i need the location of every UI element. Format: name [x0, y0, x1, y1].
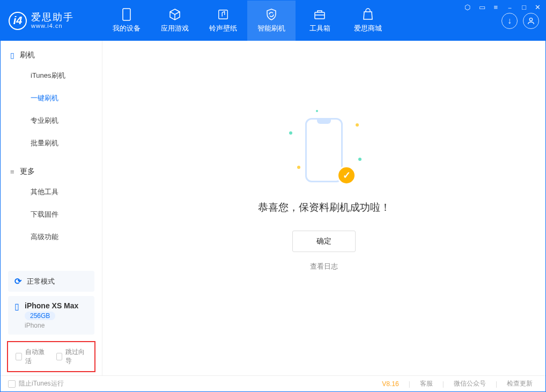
- toolbox-icon: [313, 8, 326, 21]
- mode-label: 正常模式: [27, 277, 55, 286]
- sidebar-head-flash: ▯ 刷机: [1, 50, 102, 60]
- device-icon: ▯: [10, 51, 14, 60]
- checkbox-icon: [16, 353, 22, 360]
- sidebar-item-advanced[interactable]: 高级功能: [1, 226, 102, 248]
- sync-icon: ⟳: [14, 276, 21, 286]
- phone-icon: ▯: [14, 301, 19, 312]
- app-url: www.i4.cn: [31, 23, 74, 29]
- sidebar: ▯ 刷机 iTunes刷机 一键刷机 专业刷机 批量刷机 ≡ 更多 其他工具 下…: [1, 41, 102, 375]
- cube-icon: [168, 8, 181, 21]
- sidebar-item-pro[interactable]: 专业刷机: [1, 109, 102, 132]
- tab-apps[interactable]: 应用游戏: [151, 1, 199, 41]
- sidebar-item-oneclick[interactable]: 一键刷机: [1, 87, 102, 109]
- device-name: iPhone XS Max: [25, 301, 78, 310]
- service-link[interactable]: 客服: [415, 379, 438, 388]
- checkbox-icon: [8, 380, 16, 388]
- footer: 阻止iTunes运行 V8.16 | 客服 | 微信公众号 | 检查更新: [1, 375, 545, 391]
- mode-card[interactable]: ⟳ 正常模式: [8, 271, 94, 292]
- tab-tools[interactable]: 工具箱: [296, 1, 344, 41]
- success-message: 恭喜您，保资料刷机成功啦！: [258, 201, 390, 215]
- sidebar-item-other[interactable]: 其他工具: [1, 181, 102, 203]
- sidebar-head-more: ≡ 更多: [1, 167, 102, 176]
- main-tabs: 我的设备 应用游戏 铃声壁纸 智能刷机 工具箱 爱思商城: [102, 1, 392, 41]
- device-capacity: 256GB: [25, 312, 55, 320]
- music-icon: [217, 8, 230, 21]
- app-title: 爱思助手: [31, 12, 74, 23]
- sidebar-item-itunes[interactable]: iTunes刷机: [1, 64, 102, 87]
- check-badge-icon: ✓: [337, 166, 356, 185]
- svg-rect-2: [315, 12, 324, 19]
- shield-sync-icon: [265, 8, 278, 21]
- bag-icon: [361, 8, 374, 21]
- list-icon[interactable]: ≡: [492, 2, 500, 14]
- tab-label: 智能刷机: [257, 24, 285, 33]
- tab-label: 应用游戏: [161, 24, 189, 33]
- checkbox-block-itunes[interactable]: 阻止iTunes运行: [8, 379, 64, 388]
- checkbox-skip-guide[interactable]: 跳过向导: [56, 347, 87, 366]
- device-card[interactable]: ▯ iPhone XS Max 256GB iPhone: [8, 296, 94, 335]
- checkbox-icon: [56, 353, 63, 360]
- window-controls: ⬡ ▭ ≡ － □ ✕: [462, 2, 543, 14]
- checkbox-auto-activate[interactable]: 自动激活: [16, 347, 47, 366]
- view-log-link[interactable]: 查看日志: [310, 262, 338, 271]
- checkbox-label: 阻止iTunes运行: [19, 379, 64, 388]
- tab-ring[interactable]: 铃声壁纸: [199, 1, 247, 41]
- tab-device[interactable]: 我的设备: [102, 1, 151, 41]
- checkbox-label: 自动激活: [25, 347, 47, 366]
- wechat-link[interactable]: 微信公众号: [448, 379, 491, 388]
- sidebar-item-batch[interactable]: 批量刷机: [1, 132, 102, 154]
- checkbox-label: 跳过向导: [65, 347, 87, 366]
- tab-flash[interactable]: 智能刷机: [247, 1, 296, 41]
- logo-icon: i4: [9, 12, 27, 30]
- menu-icon[interactable]: ▭: [477, 2, 488, 14]
- tab-label: 工具箱: [309, 24, 330, 33]
- user-button[interactable]: [523, 13, 539, 29]
- update-link[interactable]: 检查更新: [501, 379, 538, 388]
- phone-icon: [120, 8, 133, 21]
- version-label: V8.16: [382, 380, 399, 388]
- success-illustration: ✓: [286, 113, 361, 188]
- tab-label: 铃声壁纸: [209, 24, 237, 33]
- device-type: iPhone: [25, 322, 78, 329]
- sidebar-item-firmware[interactable]: 下载固件: [1, 203, 102, 226]
- tab-store[interactable]: 爱思商城: [344, 1, 392, 41]
- download-button[interactable]: ↓: [501, 13, 518, 29]
- maximize-button[interactable]: □: [520, 2, 528, 14]
- close-button[interactable]: ✕: [533, 2, 543, 14]
- svg-point-3: [529, 18, 532, 20]
- options-highlight: 自动激活 跳过向导: [7, 341, 95, 372]
- confirm-button[interactable]: 确定: [292, 231, 356, 252]
- shirt-icon[interactable]: ⬡: [462, 2, 473, 14]
- logo: i4 爱思助手 www.i4.cn: [1, 12, 102, 30]
- svg-rect-1: [219, 10, 228, 19]
- content-area: ✓ 恭喜您，保资料刷机成功啦！ 确定 查看日志: [102, 41, 545, 375]
- minimize-button[interactable]: －: [504, 2, 515, 14]
- tab-label: 我的设备: [113, 24, 141, 33]
- svg-rect-0: [123, 9, 130, 20]
- list-icon: ≡: [10, 168, 14, 176]
- tab-label: 爱思商城: [354, 24, 382, 33]
